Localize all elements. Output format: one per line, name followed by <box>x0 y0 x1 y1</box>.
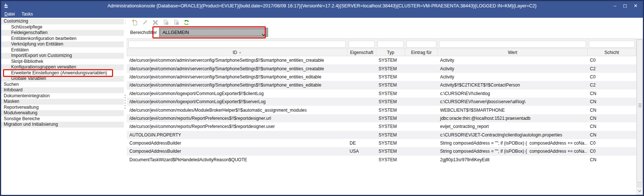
cell-id: /de/cursor/jevi/common/admin/serverconfi… <box>127 64 347 72</box>
main-panel: Bereichsfilter ALLGEMEIN <box>127 18 643 195</box>
table-row[interactable]: DocumentTaskWizard$PkHandeledActivityRea… <box>127 156 636 164</box>
menu-item-tasks[interactable]: Tasks <box>22 11 33 17</box>
sidebar-item[interactable]: Reportverwaltung <box>1 105 124 111</box>
bereichsfilter-dropdown[interactable]: ALLGEMEIN <box>159 28 268 37</box>
sidebar-item[interactable]: Skript-Bibliothek <box>1 59 124 65</box>
cell-schicht: CN <box>587 89 636 98</box>
column-header-eintrag-f-r[interactable]: Eintrag für <box>405 49 438 56</box>
cell-schicht: C0 <box>587 147 636 155</box>
sidebar-item[interactable]: Verknüpfung von Entitäten <box>1 41 124 47</box>
cell-typ: SYSTEM <box>376 122 405 131</box>
cell-typ: SYSTEM <box>376 147 405 155</box>
splitter-collapse-icon[interactable]: ‹› <box>124 19 127 24</box>
table-row[interactable]: /de/cursor/jevi/common/reports/ReportPre… <box>127 122 636 131</box>
cell-schicht: CN <box>587 106 636 114</box>
cell-eigenschaft <box>347 81 376 89</box>
sidebar-item[interactable]: Erweiterte Einstellungen (Anwendungsvari… <box>1 70 124 76</box>
minimize-button[interactable]: – <box>614 3 616 8</box>
column-header-schicht[interactable]: Schicht <box>588 49 636 56</box>
column-header-typ[interactable]: Typ <box>376 49 405 56</box>
sidebar-item[interactable]: Migration und Initialisierung <box>1 122 124 128</box>
sidebar-item[interactable]: Masken <box>1 99 124 105</box>
table-row[interactable]: /de/cursor/jevi/common/logexport/CommonL… <box>127 98 636 106</box>
cell-eintrag-fuer <box>405 122 437 131</box>
menubar: DateiTasks <box>1 10 643 18</box>
cell-eigenschaft <box>347 114 376 122</box>
table-row[interactable]: /de/cursor/jevi/common/admin/serverconfi… <box>127 56 636 64</box>
table-header-row: ID▲EigenschaftTypEintrag fürWertSchicht <box>127 48 636 56</box>
cell-schicht: C2 <box>587 64 636 72</box>
copy-add-icon <box>162 19 169 26</box>
column-filter-cell <box>127 39 347 48</box>
scroll-down-button[interactable] <box>637 187 643 194</box>
column-header-id[interactable]: ID▲ <box>127 49 347 56</box>
cell-eigenschaft: USA <box>347 147 376 155</box>
sidebar-item[interactable]: Import/Export von Customizing <box>1 53 124 59</box>
sidebar-item[interactable]: Dokumentenintegration <box>1 93 124 99</box>
column-filter-input[interactable] <box>589 41 635 48</box>
copy-add-icon-2 <box>173 19 179 26</box>
menu-item-datei[interactable]: Datei <box>4 11 15 17</box>
table-row[interactable]: /de/cursor/jevi/common/modules/ModuleBro… <box>127 106 636 114</box>
cell-schicht: C2 <box>587 81 636 89</box>
column-filter-input[interactable] <box>349 41 375 48</box>
sidebar-item[interactable]: Konfigurationsgruppen verwalten <box>1 64 124 70</box>
cell-typ: SYSTEM <box>376 89 405 98</box>
cell-schicht: C0 <box>587 73 636 81</box>
cell-typ: SYSTEM <box>376 64 405 72</box>
table-row[interactable]: /de/cursor/jevi/common/logexport/CommonL… <box>127 89 636 98</box>
vertical-scrollbar[interactable] <box>636 38 643 195</box>
cell-wert: WEBCLIENT$!!$SMARTPHONE <box>437 106 587 114</box>
cell-wert: String composedAddress = ""; if (isPOBox… <box>437 147 587 155</box>
cell-wert: Activity <box>437 56 587 64</box>
cell-eintrag-fuer <box>405 64 437 72</box>
sidebar-item[interactable]: Suchen <box>1 82 124 88</box>
sidebar-item[interactable]: Entitätenkonfiguration bearbeiten <box>1 36 124 42</box>
cell-typ: SYSTEM <box>376 56 405 64</box>
sidebar-item[interactable]: Infoboard <box>1 87 124 93</box>
cell-schicht: CN <box>587 114 636 122</box>
cell-eigenschaft <box>347 131 376 139</box>
sidebar-item[interactable]: Sonstige Bereiche <box>1 116 124 122</box>
sidebar-item[interactable]: Schlüsselpflege <box>1 24 124 30</box>
title-bar: Administrationskonsole {Database=ORACLE}… <box>1 1 643 10</box>
sidebar-item[interactable]: Modulverwaltung <box>1 110 124 116</box>
cell-id: /de/cursor/jevi/common/admin/serverconfi… <box>127 56 347 64</box>
app-window: Administrationskonsole {Database=ORACLE}… <box>0 0 644 196</box>
sidebar-splitter[interactable]: ‹› <box>124 18 127 195</box>
column-filter-input[interactable] <box>439 41 586 48</box>
table-row[interactable]: /de/cursor/jevi/common/admin/serverconfi… <box>127 64 636 72</box>
table-row[interactable]: /de/cursor/jevi/common/reports/ReportPre… <box>127 114 636 122</box>
cell-schicht: C0 <box>587 56 636 64</box>
sidebar-item[interactable]: Feldeigenschaften <box>1 30 124 36</box>
window-title: Administrationskonsole {Database=ORACLE}… <box>1 3 643 9</box>
column-header-eigenschaft[interactable]: Eigenschaft <box>347 49 376 56</box>
table-row[interactable]: ComposedAddressBuilderDESYSTEMString com… <box>127 139 636 147</box>
sidebar-item[interactable]: Globale Variablen <box>1 76 124 82</box>
cell-wert: 2gjfl0p13sr979n6KeyEdit <box>437 156 587 164</box>
scrollbar-thumb[interactable] <box>637 40 643 182</box>
refresh-icon[interactable] <box>183 19 190 26</box>
column-filter-input[interactable] <box>406 41 436 48</box>
cell-typ: SYSTEM <box>376 106 405 114</box>
cell-id: /de/cursor/jevi/common/reports/ReportPre… <box>127 114 347 122</box>
table-row[interactable]: ComposedAddressBuilderUSASYSTEMString co… <box>127 147 636 155</box>
chevron-down-icon <box>262 31 265 34</box>
column-filter-input[interactable] <box>377 41 404 48</box>
new-entry-icon[interactable] <box>131 19 138 26</box>
maximize-button[interactable]: ◻ <box>623 3 627 8</box>
cell-typ: SYSTEM <box>376 156 405 164</box>
column-filter-input[interactable] <box>128 41 346 48</box>
table-row[interactable]: /de/cursor/jevi/common/admin/serverconfi… <box>127 81 636 89</box>
column-header-wert[interactable]: Wert <box>438 49 588 56</box>
cell-schicht: CN <box>587 131 636 139</box>
table-row[interactable]: AUTOLOGIN.PROPERTYSYSTEMc:\CURSOR\EVIJET… <box>127 131 636 139</box>
cell-wert: c:\CURSOR\EVI\server\jboss\server\all\lo… <box>437 98 587 106</box>
table-row[interactable]: /de/cursor/jevi/common/admin/serverconfi… <box>127 73 636 81</box>
sidebar-item[interactable]: Entitäten <box>1 47 124 53</box>
close-button[interactable]: ✕ <box>634 3 638 8</box>
sidebar-item[interactable]: Customizing <box>1 18 124 24</box>
cell-typ: SYSTEM <box>376 139 405 147</box>
cell-eintrag-fuer <box>405 114 437 122</box>
cell-eintrag-fuer <box>405 131 437 139</box>
